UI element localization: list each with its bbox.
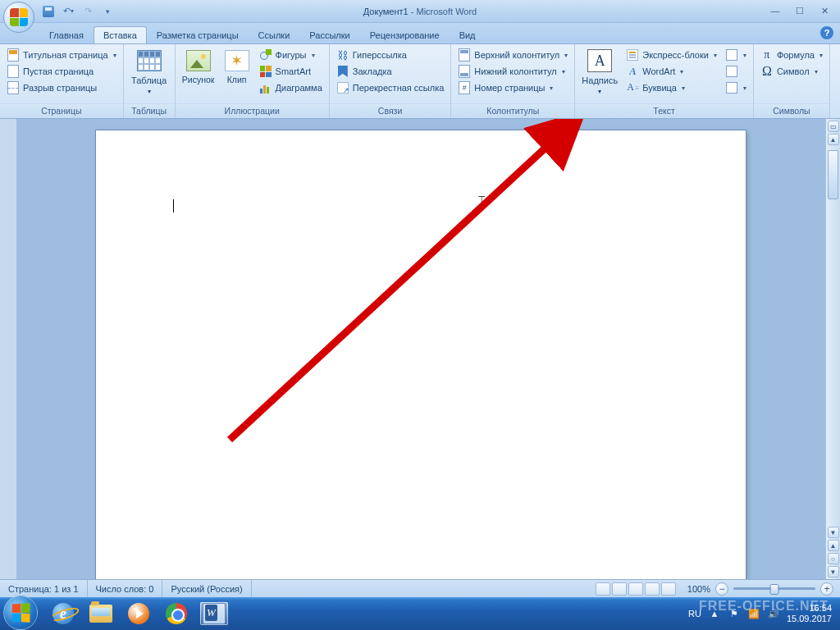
chart-button[interactable]: Диаграмма xyxy=(257,80,325,95)
scroll-down-button[interactable]: ▼ xyxy=(828,527,839,538)
status-words[interactable]: Число слов: 0 xyxy=(88,580,163,597)
shapes-button[interactable]: Фигуры xyxy=(257,48,325,62)
mediaplayer-icon xyxy=(128,603,149,624)
view-outline[interactable] xyxy=(645,582,660,596)
quickparts-icon xyxy=(627,49,638,61)
tray-network-icon[interactable]: 📶 xyxy=(747,607,760,620)
bookmark-button[interactable]: Закладка xyxy=(334,64,447,79)
datetime-button[interactable] xyxy=(723,64,749,79)
signature-icon xyxy=(726,49,737,61)
scroll-up-button[interactable]: ▲ xyxy=(828,134,839,145)
tab-refs[interactable]: Ссылки xyxy=(249,26,300,43)
blank-page-button[interactable]: Пустая страница xyxy=(4,64,119,79)
tray-volume-icon[interactable]: 🔊 xyxy=(767,607,780,620)
tab-mail[interactable]: Рассылки xyxy=(299,26,359,43)
office-logo-icon xyxy=(10,8,28,26)
group-illus-title: Иллюстрации xyxy=(176,103,329,118)
scroll-thumb[interactable] xyxy=(828,150,838,199)
wordart-icon: A xyxy=(629,65,637,78)
table-button[interactable]: Таблица▾ xyxy=(128,46,171,95)
wordart-button[interactable]: AWordArt xyxy=(623,64,719,79)
qat-customize-button[interactable]: ▾ xyxy=(100,4,115,19)
undo-button[interactable]: ↶▾ xyxy=(61,4,75,19)
browse-object-button[interactable]: ○ xyxy=(828,553,839,564)
cross-ref-button[interactable]: Перекрестная ссылка xyxy=(334,80,447,95)
prev-page-button[interactable]: ▲ xyxy=(828,540,839,551)
dropcap-icon xyxy=(627,82,638,94)
status-page[interactable]: Страница: 1 из 1 xyxy=(0,580,88,597)
taskbar-word[interactable] xyxy=(200,602,228,625)
zoom-in-button[interactable]: + xyxy=(820,582,833,596)
zoom-out-button[interactable]: − xyxy=(715,582,728,596)
tab-layout[interactable]: Разметка страницы xyxy=(147,26,249,43)
word-icon xyxy=(203,603,226,624)
group-links-title: Связи xyxy=(330,103,451,118)
document-scroll-area[interactable]: ⌶≡ xyxy=(16,119,825,579)
document-page[interactable]: ⌶≡ xyxy=(96,130,746,579)
close-button[interactable]: ✕ xyxy=(817,6,832,16)
tab-view[interactable]: Вид xyxy=(450,26,486,43)
minimize-button[interactable]: — xyxy=(768,6,783,16)
symbol-button[interactable]: ΩСимвол xyxy=(758,64,825,79)
tray-show-hidden[interactable]: ▲ xyxy=(708,607,721,620)
windows-taskbar: RU ▲ ⚑ 📶 🔊 16:54 15.09.2017 FREE-OFFICE.… xyxy=(0,597,840,630)
shapes-icon xyxy=(260,49,272,61)
footer-icon xyxy=(459,65,470,78)
status-language[interactable]: Русский (Россия) xyxy=(162,580,251,597)
clip-button[interactable]: Клип xyxy=(221,46,253,85)
taskbar-explorer[interactable] xyxy=(87,602,115,625)
chrome-icon xyxy=(166,603,187,624)
cover-page-button[interactable]: Титульная страница xyxy=(4,48,119,62)
save-button[interactable] xyxy=(41,4,56,19)
group-headerfooter: Верхний колонтитул Нижний колонтитул Ном… xyxy=(451,44,575,118)
group-pages: Титульная страница Пустая страница Разры… xyxy=(0,44,124,118)
header-button[interactable]: Верхний колонтитул xyxy=(455,48,570,62)
tray-action-center-icon[interactable]: ⚑ xyxy=(728,607,741,620)
taskbar-chrome[interactable] xyxy=(162,602,190,625)
smartart-button[interactable]: SmartArt xyxy=(257,64,325,79)
object-button[interactable] xyxy=(723,80,749,95)
window-controls: — ☐ ✕ xyxy=(768,6,840,16)
start-button[interactable] xyxy=(3,596,38,630)
equation-button[interactable]: πФормула xyxy=(758,48,825,62)
quickparts-button[interactable]: Экспресс-блоки xyxy=(623,48,719,62)
system-tray: RU ▲ ⚑ 📶 🔊 16:54 15.09.2017 xyxy=(688,603,837,623)
group-symbols: πФормула ΩСимвол Символы xyxy=(754,44,830,118)
tab-insert[interactable]: Вставка xyxy=(94,26,147,43)
page-break-button[interactable]: Разрыв страницы xyxy=(4,80,119,95)
view-draft[interactable] xyxy=(661,582,676,596)
view-print-layout[interactable] xyxy=(596,582,610,596)
tab-review[interactable]: Рецензирование xyxy=(360,26,450,43)
taskbar-mediaplayer[interactable] xyxy=(125,602,153,625)
zoom-label[interactable]: 100% xyxy=(687,584,710,594)
zoom-slider[interactable] xyxy=(733,587,815,590)
tray-clock[interactable]: 16:54 15.09.2017 xyxy=(787,603,832,623)
picture-icon xyxy=(186,50,211,71)
page-number-button[interactable]: Номер страницы xyxy=(455,80,570,95)
taskbar-ie[interactable] xyxy=(49,602,77,625)
redo-button[interactable]: ↷ xyxy=(80,4,95,19)
maximize-button[interactable]: ☐ xyxy=(792,6,807,16)
footer-button[interactable]: Нижний колонтитул xyxy=(455,64,570,79)
help-button[interactable]: ? xyxy=(820,26,833,39)
vertical-ruler[interactable] xyxy=(0,119,16,579)
signature-button[interactable] xyxy=(723,48,749,62)
header-icon xyxy=(459,48,470,62)
textbox-button[interactable]: A Надпись▾ xyxy=(579,46,620,95)
ie-icon xyxy=(52,603,74,624)
ruler-toggle-button[interactable]: ▭ xyxy=(828,121,839,132)
cross-ref-icon xyxy=(337,82,349,94)
office-button[interactable] xyxy=(3,2,34,33)
picture-button[interactable]: Рисунок xyxy=(180,46,217,85)
dropcap-button[interactable]: Буквица xyxy=(623,80,719,95)
tray-lang[interactable]: RU xyxy=(688,609,701,619)
next-page-button[interactable]: ▼ xyxy=(828,566,839,578)
equation-icon: π xyxy=(760,48,774,62)
tab-home[interactable]: Главная xyxy=(39,26,94,43)
vertical-scrollbar[interactable]: ▭ ▲ ▼ ▲ ○ ▼ xyxy=(825,119,840,579)
bookmark-icon xyxy=(338,66,348,77)
group-links: ⛓Гиперссылка Закладка Перекрестная ссылк… xyxy=(330,44,452,118)
view-full-reading[interactable] xyxy=(612,582,627,596)
view-web-layout[interactable] xyxy=(628,582,643,596)
hyperlink-button[interactable]: ⛓Гиперссылка xyxy=(334,48,447,62)
